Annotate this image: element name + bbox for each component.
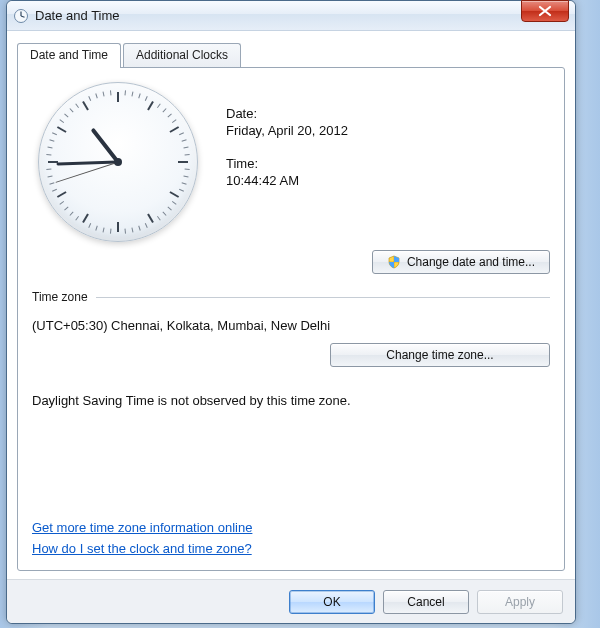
titlebar[interactable]: Date and Time bbox=[7, 1, 575, 31]
date-time-window: Date and Time Date and Time Additional C… bbox=[6, 0, 576, 624]
change-tz-row: Change time zone... bbox=[32, 343, 550, 367]
cancel-button[interactable]: Cancel bbox=[383, 590, 469, 614]
timezone-current: (UTC+05:30) Chennai, Kolkata, Mumbai, Ne… bbox=[32, 318, 550, 333]
close-button[interactable] bbox=[521, 0, 569, 22]
help-links: Get more time zone information online Ho… bbox=[32, 520, 252, 556]
button-label: Change date and time... bbox=[407, 255, 535, 269]
tab-panel: Date: Friday, April 20, 2012 Time: 10:44… bbox=[17, 67, 565, 571]
analog-clock bbox=[38, 82, 198, 242]
datetime-row: Date: Friday, April 20, 2012 Time: 10:44… bbox=[32, 82, 550, 242]
button-label: Cancel bbox=[407, 595, 444, 609]
change-time-zone-button[interactable]: Change time zone... bbox=[330, 343, 550, 367]
button-label: Apply bbox=[505, 595, 535, 609]
dialog-button-row: OK Cancel Apply bbox=[7, 579, 575, 623]
time-label: Time: bbox=[226, 156, 348, 171]
button-label: Change time zone... bbox=[386, 348, 493, 362]
window-title: Date and Time bbox=[35, 8, 120, 23]
timezone-group-header: Time zone bbox=[32, 290, 550, 304]
time-value: 10:44:42 AM bbox=[226, 173, 348, 188]
clock-app-icon bbox=[13, 8, 29, 24]
tab-label: Additional Clocks bbox=[136, 48, 228, 62]
close-icon bbox=[538, 5, 552, 17]
group-label: Time zone bbox=[32, 290, 88, 304]
change-dt-row: Change date and time... bbox=[32, 250, 550, 274]
link-how-to-set-clock[interactable]: How do I set the clock and time zone? bbox=[32, 541, 252, 556]
change-date-time-button[interactable]: Change date and time... bbox=[372, 250, 550, 274]
ok-button[interactable]: OK bbox=[289, 590, 375, 614]
datetime-text: Date: Friday, April 20, 2012 Time: 10:44… bbox=[226, 82, 348, 206]
dst-note: Daylight Saving Time is not observed by … bbox=[32, 393, 550, 408]
date-value: Friday, April 20, 2012 bbox=[226, 123, 348, 138]
client-area: Date and Time Additional Clocks Date: Fr… bbox=[7, 31, 575, 579]
tab-additional-clocks[interactable]: Additional Clocks bbox=[123, 43, 241, 67]
group-divider bbox=[96, 297, 550, 298]
uac-shield-icon bbox=[387, 255, 401, 269]
button-label: OK bbox=[323, 595, 340, 609]
apply-button[interactable]: Apply bbox=[477, 590, 563, 614]
tab-strip: Date and Time Additional Clocks bbox=[17, 43, 565, 67]
date-label: Date: bbox=[226, 106, 348, 121]
link-more-tz-info[interactable]: Get more time zone information online bbox=[32, 520, 252, 535]
tab-date-and-time[interactable]: Date and Time bbox=[17, 43, 121, 68]
clock-pivot bbox=[114, 158, 122, 166]
tab-label: Date and Time bbox=[30, 48, 108, 62]
